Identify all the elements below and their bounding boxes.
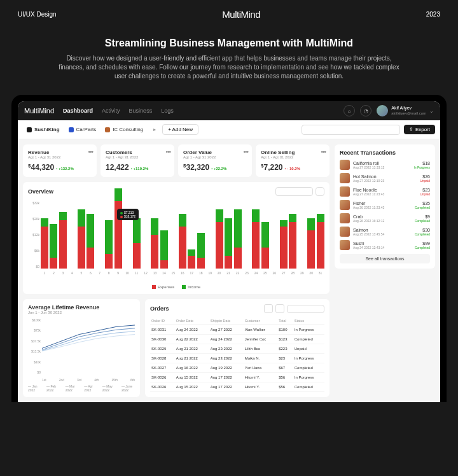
bar-20[interactable]: 20 xyxy=(216,209,223,269)
gear-icon[interactable]: ⚙ xyxy=(316,187,324,196)
transaction-row[interactable]: CrabAug 26 2022 16:12:12$9Completed xyxy=(340,213,430,223)
bar-6[interactable]: 6 xyxy=(87,214,94,269)
user-menu[interactable]: Akif Aliyev akifaliyev@mail.com ⌄ xyxy=(377,105,434,116)
bar-5[interactable]: 5 xyxy=(78,209,85,269)
more-icon[interactable]: ••• xyxy=(321,148,326,155)
overview-period-button[interactable]: 🗓 This month ⌄ xyxy=(275,187,313,196)
bar-28[interactable]: 28 xyxy=(289,214,296,269)
device-frame: MultiMind DashboardActivityBusinessLogs … xyxy=(11,95,447,402)
orders-table: Order IDOrder DateShippin DateCustomerTo… xyxy=(150,317,324,392)
topbar-year: 2023 xyxy=(426,11,440,18)
app-logo: MultiMind xyxy=(24,107,54,115)
transactions-card: Recent Transactions California rollAug 2… xyxy=(335,144,435,269)
order-row[interactable]: SK-0027Aug 16 2022Aug 19 2022Yuri Hana$6… xyxy=(150,363,324,373)
date-range-button[interactable]: 🗓 Last 6 months: Jul 1 2023 - Dec 1 2023… xyxy=(302,125,400,135)
order-row[interactable]: SK-0028Aug 21 2022Aug 23 2022Maika N.$23… xyxy=(150,354,324,363)
orders-title: Orders xyxy=(150,305,261,312)
order-row[interactable]: SK-0026Aug 15 2022Aug 17 2022Hitomi Y.$5… xyxy=(150,382,324,392)
bar-24[interactable]: 24 xyxy=(252,209,260,269)
tab-carparts[interactable]: CarParts xyxy=(65,125,101,134)
transactions-title: Recent Transactions xyxy=(340,150,430,156)
app-header: MultiMind DashboardActivityBusinessLogs … xyxy=(18,101,440,120)
bar-2[interactable]: 2 xyxy=(50,224,57,269)
order-row[interactable]: SK-0026Aug 15 2022Aug 17 2022Hitomi Y.$5… xyxy=(150,373,324,382)
bar-31[interactable]: 31 xyxy=(317,214,324,269)
filter-icon[interactable]: ⚲ xyxy=(264,304,273,313)
chevron-down-icon: ⌄ xyxy=(306,190,309,194)
more-icon[interactable]: ••• xyxy=(165,148,170,155)
bar-1[interactable]: 1 xyxy=(41,218,48,269)
topbar-left: UI/UX Design xyxy=(18,11,57,18)
chevron-down-icon: ⌄ xyxy=(429,108,434,114)
toolbar: SushiKingCarPartsIC Consulting ▸ + Add N… xyxy=(18,120,440,139)
bar-21[interactable]: 21 xyxy=(225,218,232,269)
transaction-thumb xyxy=(340,240,350,250)
nav-activity[interactable]: Activity xyxy=(102,108,120,114)
overview-chart: $32k$20k$12k$6k$0 1234567891011121314151… xyxy=(28,201,324,276)
overview-card: Overview 🗓 This month ⌄ ⚙ xyxy=(23,182,330,294)
transaction-thumb xyxy=(340,173,350,183)
see-all-transactions-button[interactable]: See all transactions xyxy=(340,254,430,263)
calendar-icon: 🗓 xyxy=(279,190,283,193)
more-icon[interactable]: ••• xyxy=(243,148,248,155)
sort-icon[interactable]: ⇅ xyxy=(275,304,284,313)
transaction-row[interactable]: Floe NoodleAug 27 2022 11:23:43$23Unpaid xyxy=(340,186,430,197)
transaction-row[interactable]: Hot SalmonAug 27 2022 12:10:23$26Unpaid xyxy=(340,173,430,183)
transaction-thumb xyxy=(340,200,350,210)
bar-30[interactable]: 30 xyxy=(307,218,315,269)
overview-title: Overview xyxy=(28,188,53,195)
more-icon[interactable]: ••• xyxy=(88,148,93,155)
bar-25[interactable]: 25 xyxy=(261,222,269,269)
bar-8[interactable]: 8 xyxy=(105,220,113,269)
nav-business[interactable]: Business xyxy=(129,108,153,114)
add-new-button[interactable]: + Add New xyxy=(162,124,198,135)
avatar xyxy=(377,105,388,116)
brand-logo: MultiMind xyxy=(222,9,260,20)
bar-13[interactable]: 13 xyxy=(151,218,158,269)
transaction-row[interactable]: FisherAug 26 2022 11:23:43$35Completed xyxy=(340,200,430,210)
bar-11[interactable]: 11 xyxy=(133,218,141,269)
bar-17[interactable]: 17 xyxy=(188,249,195,269)
lifetime-card: Average Lifetime Revenue Jan 1 - Jun 30 … xyxy=(23,299,140,397)
transaction-row[interactable]: California rollAug 27 2022 13:33:12$18In… xyxy=(340,160,430,170)
stat-order-value: •••Order ValueAgt 1 - Agt 31 2022$32,320… xyxy=(178,144,252,177)
calendar-icon: 🗓 xyxy=(291,307,295,311)
stat-revenue: •••RevenueAgt 1 - Agt 31 2022$44,320 • +… xyxy=(23,144,97,177)
chevron-down-icon: ⌄ xyxy=(317,307,321,311)
user-name: Akif Aliyev xyxy=(391,106,426,111)
bar-9[interactable]: 9 xyxy=(114,188,122,269)
hero: Streamlining Business Management with Mu… xyxy=(18,38,440,81)
overview-legend: Expenses Income xyxy=(28,285,324,289)
transaction-row[interactable]: SalmonAug 25 2022 13:45:54$30Completed xyxy=(340,227,430,237)
lifetime-chart xyxy=(42,318,135,353)
transaction-thumb xyxy=(340,186,350,197)
tabs-next-icon[interactable]: ▸ xyxy=(151,125,158,134)
page-topbar: UI/UX Design MultiMind 2023 xyxy=(18,9,440,20)
lifetime-sub: Jan 1 - Jun 30 2022 xyxy=(28,311,135,314)
tab-sushiking[interactable]: SushiKing xyxy=(23,125,64,134)
order-row[interactable]: SK-0029Aug 21 2022Aug 23 2022Lilith Bee$… xyxy=(150,344,324,354)
calendar-icon: 🗓 xyxy=(306,127,310,132)
orders-period-button[interactable]: 🗓 This month ⌄ xyxy=(287,305,324,313)
nav-logs[interactable]: Logs xyxy=(161,108,174,114)
bell-icon[interactable]: ◔ xyxy=(360,105,371,116)
orders-card: Orders ⚲ ⇅ 🗓 This month ⌄ Order I xyxy=(145,299,330,397)
transaction-thumb xyxy=(340,213,350,223)
order-row[interactable]: SK-0031Aug 24 2022Aug 27 2022Alan Walker… xyxy=(150,325,324,335)
lifetime-title: Average Lifetime Revenue xyxy=(28,304,135,311)
export-button[interactable]: ⇪ Export xyxy=(404,125,435,134)
bar-16[interactable]: 16 xyxy=(179,214,186,269)
nav-dashboard[interactable]: Dashboard xyxy=(63,108,93,114)
bar-3[interactable]: 3 xyxy=(59,212,67,269)
bar-22[interactable]: 22 xyxy=(234,209,242,269)
search-icon[interactable]: ⌕ xyxy=(344,105,355,116)
bar-14[interactable]: 14 xyxy=(160,230,168,269)
tab-ic-consulting[interactable]: IC Consulting xyxy=(101,125,147,134)
bar-18[interactable]: 18 xyxy=(197,233,205,269)
chart-tooltip: $7,213 $18,172 xyxy=(117,209,139,220)
transaction-row[interactable]: SushiAug 24 2022 12:43:14$99Completed xyxy=(340,240,430,250)
transaction-thumb xyxy=(340,160,350,170)
order-row[interactable]: SK-0030Aug 22 2022Aug 24 2022Jennifer Co… xyxy=(150,335,324,344)
bar-27[interactable]: 27 xyxy=(280,220,288,269)
upload-icon: ⇪ xyxy=(409,127,413,132)
